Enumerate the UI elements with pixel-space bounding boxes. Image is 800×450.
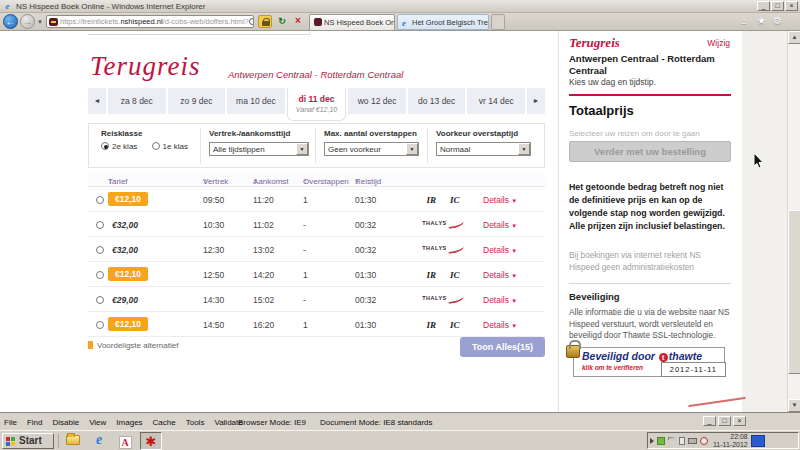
close-button[interactable]: × — [785, 1, 798, 11]
continue-button-disabled[interactable]: Verder met uw bestelling — [569, 141, 731, 162]
dev-restore-button[interactable]: □ — [718, 416, 731, 426]
tray-expand-icon[interactable] — [650, 438, 654, 444]
devmenu-view[interactable]: View — [89, 418, 106, 427]
fare-radio[interactable] — [96, 221, 104, 229]
date-tab[interactable]: za 8 dec — [108, 88, 166, 114]
fare-radio[interactable] — [96, 321, 104, 329]
details-link[interactable]: Details ▼ — [483, 195, 517, 205]
restore-button[interactable]: □ — [771, 1, 784, 11]
address-history-dropdown-icon[interactable]: ▼ — [37, 19, 43, 25]
forward-button[interactable]: → — [20, 14, 35, 29]
home-icon[interactable]: ⌂ — [741, 15, 747, 26]
browser-tab-inactive[interactable]: eHet Groot Belgisch Trei... — [397, 14, 489, 30]
transfer-time-value: Normaal — [440, 145, 470, 154]
departure-time: 09:50 — [203, 195, 224, 205]
fare-radio[interactable] — [96, 296, 104, 304]
tray-printer-icon[interactable] — [688, 438, 697, 444]
transfers-filter-value: Geen voorkeur — [328, 145, 381, 154]
thawte-seal[interactable]: Beveiligd door tthawte klik om te verifi… — [573, 347, 725, 377]
dev-close-button[interactable]: × — [733, 416, 746, 426]
fare-radio[interactable] — [96, 196, 104, 204]
adobe-shortcut[interactable]: A — [114, 432, 136, 450]
select-dropdown-icon[interactable]: ▼ — [518, 143, 530, 155]
class-2e-radio[interactable] — [101, 142, 109, 150]
details-link[interactable]: Details ▼ — [483, 320, 517, 330]
document-mode[interactable]: Document Mode: IE8 standards — [320, 418, 433, 427]
sort-icon[interactable]: ↕ — [203, 177, 207, 186]
vertical-scrollbar[interactable]: ▲ ▼ — [787, 31, 800, 412]
transfers: 1 — [303, 195, 308, 205]
window-title: NS Hispeed Boek Online - Windows Interne… — [16, 2, 205, 11]
security-lock-icon[interactable] — [258, 15, 272, 28]
devmenu-images[interactable]: Images — [116, 418, 142, 427]
edit-link[interactable]: Wijzig — [707, 38, 730, 48]
transfers: - — [303, 295, 306, 305]
back-button[interactable]: ← — [3, 14, 18, 29]
details-link[interactable]: Details ▼ — [483, 245, 517, 255]
date-tab-active[interactable]: di 11 decVanaf €12,10 — [287, 88, 347, 121]
devmenu-find[interactable]: Find — [27, 418, 43, 427]
scroll-up-icon[interactable]: ▲ — [788, 31, 800, 44]
details-link[interactable]: Details ▼ — [483, 295, 517, 305]
stop-icon[interactable]: × — [291, 15, 305, 28]
transfer-time-select[interactable]: Normaal▼ — [436, 142, 531, 156]
browser-mode[interactable]: Browser Mode: IE9 — [238, 418, 306, 427]
address-bar[interactable]: https://treintickets. nshispeed.nl /d-co… — [46, 15, 254, 28]
next-dates-arrow[interactable]: ► — [527, 88, 545, 114]
details-link[interactable]: Details ▼ — [483, 220, 517, 230]
thawte-verify-link[interactable]: klik om te verifieren — [582, 364, 643, 371]
devmenu-file[interactable]: File — [4, 418, 17, 427]
tray-alert-icon[interactable] — [700, 437, 708, 445]
date-tab[interactable]: ma 10 dec — [227, 88, 285, 114]
scrollbar-thumb[interactable] — [788, 210, 800, 374]
dev-minimize-button[interactable]: _ — [703, 416, 716, 426]
browser-tab-active[interactable]: NS Hispeed Boek On...× — [309, 14, 395, 30]
time-filter-select[interactable]: Alle tijdstippen▼ — [209, 142, 309, 156]
show-all-button[interactable]: Toon Alles(15) — [460, 337, 545, 357]
sort-icon[interactable]: ↕ — [108, 177, 112, 186]
caret-down-icon: ▼ — [511, 248, 517, 254]
tray-battery-icon[interactable] — [679, 437, 685, 445]
transfers-filter-select[interactable]: Geen voorkeur▼ — [324, 142, 419, 156]
prev-dates-arrow[interactable]: ◄ — [88, 88, 106, 114]
date-tab[interactable]: zo 9 dec — [168, 88, 226, 114]
tray-flag-icon[interactable] — [668, 437, 676, 445]
refresh-icon[interactable]: ↻ — [275, 15, 289, 28]
sort-icon[interactable]: ↕ — [355, 177, 359, 186]
transfers: - — [303, 245, 306, 255]
class-2e-label[interactable]: 2e klas — [112, 142, 137, 151]
folder-shortcut[interactable] — [62, 432, 84, 450]
search-icon[interactable] — [249, 18, 254, 26]
tray-language-icon[interactable] — [751, 435, 765, 447]
fare-price-badge: €12,10 — [108, 317, 148, 331]
fare-radio[interactable] — [96, 271, 104, 279]
ns-favicon — [314, 18, 322, 26]
date-tab[interactable]: do 13 dec — [408, 88, 466, 114]
tray-green-icon[interactable] — [657, 437, 665, 445]
ie-shortcut[interactable]: e — [88, 432, 110, 450]
favorites-icon[interactable]: ★ — [757, 15, 766, 26]
devmenu-disable[interactable]: Disable — [52, 418, 79, 427]
fare-radio[interactable] — [96, 246, 104, 254]
devmenu-cache[interactable]: Cache — [153, 418, 176, 427]
minimize-button[interactable]: _ — [757, 1, 770, 11]
scroll-down-icon[interactable]: ▼ — [788, 399, 800, 412]
class-1e-radio[interactable] — [152, 142, 160, 150]
devmenu-tools[interactable]: Tools — [186, 418, 205, 427]
select-dropdown-icon[interactable]: ▼ — [406, 143, 418, 155]
class-1e-label[interactable]: 1e klas — [163, 142, 188, 151]
sort-icon[interactable]: ↕ — [303, 177, 307, 186]
tools-gear-icon[interactable]: ⚙ — [773, 15, 782, 26]
sort-icon[interactable]: ↕ — [253, 177, 257, 186]
price-note: Het getoonde bedrag betreft nog niet de … — [569, 181, 735, 233]
taskbar-clock[interactable]: 22:0811-11-2012 — [713, 433, 748, 449]
tab-label: NS Hispeed Boek On... — [324, 18, 395, 27]
start-button[interactable]: Start — [2, 433, 54, 449]
new-tab-stub[interactable] — [491, 14, 505, 30]
details-link[interactable]: Details ▼ — [483, 270, 517, 280]
select-dropdown-icon[interactable]: ▼ — [296, 143, 308, 155]
app-window-button[interactable]: ✱ — [140, 432, 162, 450]
date-tab[interactable]: wo 12 dec — [348, 88, 406, 114]
time-filter-value: Alle tijdstippen — [213, 145, 265, 154]
date-tab[interactable]: vr 14 dec — [467, 88, 525, 114]
